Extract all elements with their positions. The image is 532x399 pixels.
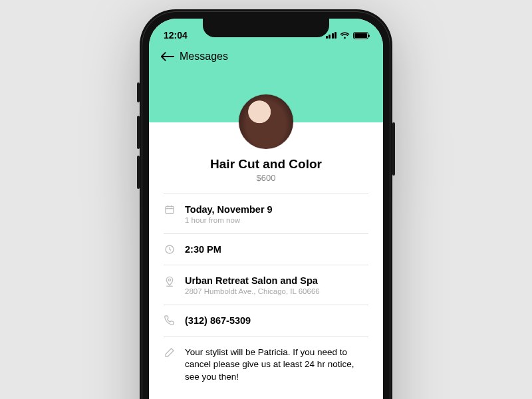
side-button [137,116,140,149]
back-button[interactable]: Messages [149,45,383,63]
calendar-icon [164,204,176,215]
content: Hair Cut and Color $600 Today, November … [149,122,383,399]
location-row[interactable]: Urban Retreat Salon and Spa 2807 Humbold… [164,265,368,305]
avatar[interactable] [239,94,293,149]
screen: 12:04 Messages [149,19,383,399]
note-text: Your stylist will be Patricia. If you ne… [185,346,368,384]
back-label: Messages [180,51,228,63]
phone-row[interactable]: (312) 867-5309 [164,305,368,336]
clock-icon [164,244,176,255]
appointment-title: Hair Cut and Color [164,157,368,172]
status-time: 12:04 [164,30,188,41]
side-button [392,122,395,176]
side-button [137,82,140,102]
time-row[interactable]: 2:30 PM [164,233,368,265]
date-sub: 1 hour from now [185,216,368,224]
phone-frame: 12:04 Messages [140,9,392,399]
wifi-icon [340,32,350,39]
appointment-price: $600 [164,173,368,183]
svg-point-2 [168,279,170,281]
location-pin-icon [164,275,176,287]
battery-icon [353,32,368,39]
location-name: Urban Retreat Salon and Spa [185,275,368,287]
notch [203,19,329,37]
time-value: 2:30 PM [185,243,368,255]
date-row[interactable]: Today, November 9 1 hour from now [164,194,368,233]
side-button [137,156,140,189]
location-address: 2807 Humboldt Ave., Chicago, IL 60666 [185,287,368,295]
phone-icon [164,315,176,326]
svg-rect-0 [166,206,174,213]
back-arrow-icon [161,52,174,61]
cellular-icon [326,32,337,39]
phone-value: (312) 867-5309 [185,315,368,327]
date-line: Today, November 9 [185,203,368,215]
note-row: Your stylist will be Patricia. If you ne… [164,336,368,394]
pencil-icon [164,347,176,358]
